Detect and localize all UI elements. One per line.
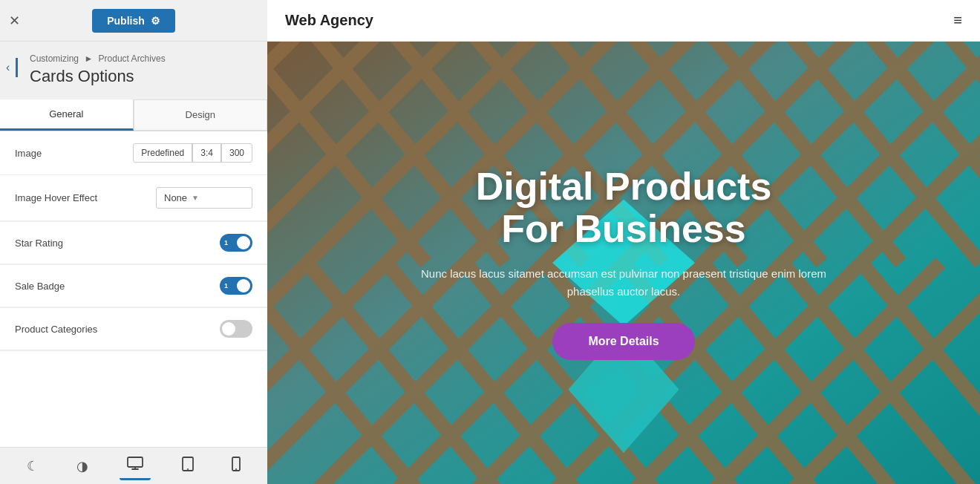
sun-icon: ◑	[76, 459, 88, 474]
star-rating-slider: 1	[220, 234, 252, 252]
star-rating-row: Star Rating 1	[0, 222, 267, 264]
moon-icon: ☾	[27, 459, 39, 474]
light-mode-button[interactable]: ◑	[69, 454, 96, 479]
image-hover-effect-row: Image Hover Effect None ▼	[0, 175, 267, 221]
star-rating-knob	[237, 236, 250, 249]
image-hover-select[interactable]: None ▼	[156, 187, 252, 209]
sale-badge-label: Sale Badge	[15, 281, 65, 292]
image-hover-value: None	[164, 192, 187, 203]
desktop-view-button[interactable]	[120, 452, 151, 480]
tablet-icon	[182, 460, 194, 474]
desktop-icon	[127, 458, 143, 473]
section-title: Cards Options	[15, 67, 252, 86]
hero-section: Digital Products For Business Nunc lacus…	[267, 42, 980, 484]
sale-badge-slider: 1	[220, 277, 252, 295]
star-rating-toggle[interactable]: 1	[220, 234, 252, 252]
product-categories-toggle[interactable]	[220, 320, 252, 338]
chevron-down-icon: ▼	[192, 194, 199, 202]
breadcrumb-area: ‹ Customizing ► Product Archives Cards O…	[0, 42, 267, 94]
site-title: Web Agency	[285, 12, 373, 29]
product-categories-knob	[222, 322, 235, 336]
image-setting-row: Image Predefined 3:4 300	[0, 131, 267, 175]
left-panel: ✕ Publish ⚙ ‹ Customizing ► Product Arch…	[0, 0, 267, 484]
image-predefined-button[interactable]: Predefined	[133, 143, 192, 163]
breadcrumb-parent: Customizing	[30, 53, 79, 64]
svg-point-6	[235, 468, 237, 470]
tablet-view-button[interactable]	[174, 452, 201, 480]
image-hover-label: Image Hover Effect	[15, 192, 97, 203]
image-ratio-button[interactable]: 3:4	[192, 143, 221, 163]
back-icon: ‹	[6, 61, 10, 73]
product-categories-row: Product Categories	[0, 308, 267, 350]
mobile-icon	[232, 460, 241, 474]
bottom-toolbar: ☾ ◑	[0, 447, 267, 484]
hero-cta-button[interactable]: More Details	[552, 323, 694, 360]
back-button[interactable]: ‹	[0, 58, 18, 77]
product-categories-slider	[220, 320, 252, 338]
sale-badge-knob	[237, 279, 250, 292]
hero-title: Digital Products For Business	[476, 166, 772, 250]
breadcrumb: Customizing ► Product Archives	[15, 53, 252, 64]
preview-area: Web Agency ≡	[267, 0, 980, 484]
hero-subtitle: Nunc lacus lacus sitamet accumsan est pu…	[416, 265, 832, 301]
hamburger-icon[interactable]: ≡	[953, 12, 962, 29]
panel-content: Image Predefined 3:4 300 Image Hover Eff…	[0, 131, 267, 447]
svg-point-4	[187, 468, 189, 470]
hero-content: Digital Products For Business Nunc lacus…	[267, 42, 980, 484]
gear-icon: ⚙	[151, 15, 160, 27]
publish-button[interactable]: Publish ⚙	[92, 9, 175, 33]
publish-label: Publish	[107, 15, 145, 27]
sale-badge-row: Sale Badge 1	[0, 265, 267, 307]
mobile-view-button[interactable]	[224, 452, 248, 480]
preview-header: Web Agency ≡	[267, 0, 980, 42]
breadcrumb-arrow: ►	[84, 53, 95, 64]
tab-general[interactable]: General	[0, 99, 134, 131]
hero-background: Digital Products For Business Nunc lacus…	[267, 42, 980, 484]
top-bar: ✕ Publish ⚙	[0, 0, 267, 42]
sale-badge-toggle[interactable]: 1	[220, 277, 252, 295]
image-size-button[interactable]: 300	[221, 143, 252, 163]
close-button[interactable]: ✕	[9, 14, 20, 27]
star-rating-label: Star Rating	[15, 238, 63, 249]
image-controls: Predefined 3:4 300	[133, 143, 252, 163]
breadcrumb-child: Product Archives	[99, 53, 166, 64]
tabs: General Design	[0, 99, 267, 131]
dark-mode-button[interactable]: ☾	[19, 454, 46, 479]
tab-design[interactable]: Design	[134, 99, 268, 131]
svg-rect-0	[128, 457, 143, 467]
product-categories-label: Product Categories	[15, 324, 97, 335]
image-label: Image	[15, 148, 42, 159]
